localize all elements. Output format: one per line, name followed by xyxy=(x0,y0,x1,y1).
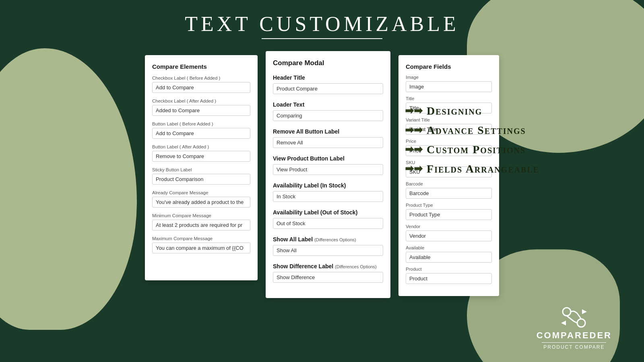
right-field-label-7: Vendor xyxy=(406,224,492,229)
page-title-underline xyxy=(262,38,382,39)
logo-subtitle: Product Compare xyxy=(537,344,612,350)
modal-field-group-4: Availability Label (In Stock) xyxy=(273,182,383,202)
feature-text-1: Advance Settings xyxy=(427,124,526,137)
modal-field-input-2[interactable] xyxy=(273,137,383,148)
feature-arrow-icon-1: ➡➡ xyxy=(405,125,423,136)
right-field-label-8: Available xyxy=(406,245,492,250)
modal-field-input-3[interactable] xyxy=(273,164,383,175)
feature-item-0: ➡➡Designing xyxy=(405,105,539,117)
left-field-label-7: Maximum Compare Message xyxy=(152,236,250,241)
left-field-group-4: Sticky Button Label xyxy=(152,167,250,185)
left-field-label-4: Sticky Button Label xyxy=(152,167,250,172)
right-field-input-9[interactable] xyxy=(406,273,492,284)
left-field-label-1: Checkbox Label ( After Added ) xyxy=(152,99,250,103)
left-field-group-6: Minimum Compare Message xyxy=(152,213,250,230)
modal-field-group-3: View Product Button Label xyxy=(273,155,383,175)
left-card: Compare Elements Checkbox Label ( Before… xyxy=(145,55,258,280)
left-field-label-6: Minimum Compare Message xyxy=(152,213,250,218)
modal-field-group-5: Availability Label (Out of Stock) xyxy=(273,209,383,229)
modal-field-input-0[interactable] xyxy=(273,83,383,94)
modal-field-group-2: Remove All Button Label xyxy=(273,128,383,148)
modal-section-label-5: Availability Label (Out of Stock) xyxy=(273,209,383,216)
logo-underline xyxy=(542,342,606,343)
left-field-input-4[interactable] xyxy=(152,174,250,185)
left-field-input-7[interactable] xyxy=(152,243,250,253)
feature-item-3: ➡➡Fields Arrangeable xyxy=(405,162,539,175)
right-field-input-6[interactable] xyxy=(406,209,492,220)
feature-arrow-icon-0: ➡➡ xyxy=(405,106,423,116)
right-field-label-0: Image xyxy=(406,75,492,80)
modal-field-group-1: Loader Text xyxy=(273,101,383,121)
modal-field-input-4[interactable] xyxy=(273,191,383,202)
feature-text-3: Fields Arrangeable xyxy=(427,162,539,175)
logo-section: Compareder Product Compare xyxy=(537,306,612,350)
svg-marker-2 xyxy=(582,309,587,314)
modal-section-label-7: Show Difference Label (Differences Optio… xyxy=(273,263,383,269)
modal-field-input-7[interactable] xyxy=(273,272,383,283)
left-field-label-3: Button Label ( After Added ) xyxy=(152,144,250,149)
page-title-container: Text Customizable xyxy=(0,0,644,43)
left-field-input-6[interactable] xyxy=(152,220,250,230)
middle-sections-container: Header TitleLoader TextRemove All Button… xyxy=(273,74,383,283)
right-field-input-5[interactable] xyxy=(406,188,492,199)
modal-section-label-2: Remove All Button Label xyxy=(273,128,383,135)
feature-text-0: Designing xyxy=(427,105,482,117)
right-field-input-8[interactable] xyxy=(406,252,492,263)
svg-point-1 xyxy=(577,319,585,327)
svg-point-0 xyxy=(563,308,571,316)
left-field-label-5: Already Compare Message xyxy=(152,190,250,195)
modal-section-label-1: Loader Text xyxy=(273,101,383,108)
modal-field-group-7: Show Difference Label (Differences Optio… xyxy=(273,263,383,283)
compare-fields-title: Compare Fields xyxy=(406,63,492,70)
left-field-input-2[interactable] xyxy=(152,128,250,139)
left-field-group-2: Button Label ( Before Added ) xyxy=(152,121,250,139)
left-field-input-5[interactable] xyxy=(152,197,250,208)
left-field-input-0[interactable] xyxy=(152,82,250,93)
modal-field-group-6: Show All Label (Differences Options) xyxy=(273,236,383,256)
right-field-label-5: Barcode xyxy=(406,181,492,186)
modal-field-input-6[interactable] xyxy=(273,245,383,256)
left-field-input-3[interactable] xyxy=(152,151,250,162)
modal-section-label-0: Header Title xyxy=(273,74,383,81)
modal-section-label-3: View Product Button Label xyxy=(273,155,383,162)
left-field-group-1: Checkbox Label ( After Added ) xyxy=(152,99,250,116)
right-field-input-0[interactable] xyxy=(406,81,492,92)
svg-marker-3 xyxy=(561,321,566,325)
feature-item-1: ➡➡Advance Settings xyxy=(405,124,539,137)
left-field-input-1[interactable] xyxy=(152,105,250,116)
feature-arrow-icon-2: ➡➡ xyxy=(405,144,423,155)
left-fields-container: Checkbox Label ( Before Added )Checkbox … xyxy=(152,76,250,253)
middle-card: Compare Modal Header TitleLoader TextRem… xyxy=(266,51,390,298)
logo-name: Compareder xyxy=(537,330,612,341)
modal-field-group-0: Header Title xyxy=(273,74,383,94)
right-field-label-6: Product Type xyxy=(406,203,492,208)
right-field-input-7[interactable] xyxy=(406,230,492,241)
modal-field-input-5[interactable] xyxy=(273,218,383,229)
page-title: Text Customizable xyxy=(0,12,644,36)
features-section: ➡➡Designing➡➡Advance Settings➡➡Custom Po… xyxy=(405,105,539,182)
modal-section-label-4: Availability Label (In Stock) xyxy=(273,182,383,189)
feature-text-2: Custom Positions xyxy=(427,143,526,156)
compare-elements-title: Compare Elements xyxy=(152,63,250,70)
left-field-group-5: Already Compare Message xyxy=(152,190,250,208)
left-field-group-7: Maximum Compare Message xyxy=(152,236,250,253)
feature-item-2: ➡➡Custom Positions xyxy=(405,143,539,156)
features-list: ➡➡Designing➡➡Advance Settings➡➡Custom Po… xyxy=(405,105,539,175)
left-field-label-0: Checkbox Label ( Before Added ) xyxy=(152,76,250,80)
modal-section-label-6: Show All Label (Differences Options) xyxy=(273,236,383,243)
left-field-label-2: Button Label ( Before Added ) xyxy=(152,121,250,126)
main-content: Compare Elements Checkbox Label ( Before… xyxy=(0,43,644,306)
feature-arrow-icon-3: ➡➡ xyxy=(405,164,423,174)
right-field-label-1: Title xyxy=(406,96,492,101)
logo-icon xyxy=(561,306,587,329)
right-field-label-9: Product xyxy=(406,267,492,272)
modal-field-input-1[interactable] xyxy=(273,110,383,121)
left-field-group-3: Button Label ( After Added ) xyxy=(152,144,250,162)
left-field-group-0: Checkbox Label ( Before Added ) xyxy=(152,76,250,93)
modal-title: Compare Modal xyxy=(273,59,383,67)
